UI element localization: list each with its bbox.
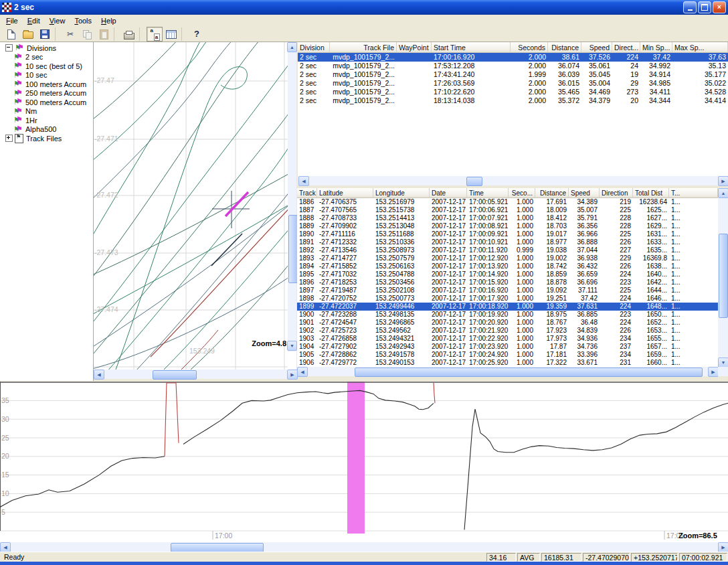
table-cell[interactable]: -27.4722037 xyxy=(317,303,373,311)
table-cell[interactable]: mvdp_1001579_2... xyxy=(330,96,397,105)
table-cell[interactable]: 17:00:11.920 xyxy=(467,246,509,254)
table-cell[interactable]: 1904 xyxy=(297,343,317,351)
chart-hscrollbar[interactable]: ◀ ▶ xyxy=(0,542,728,552)
table-row[interactable]: 2 secmvdp_1001579_2...18:13:14.0382.0003… xyxy=(298,96,728,105)
table-cell[interactable]: 2 sec xyxy=(298,70,330,79)
table-cell[interactable]: 1... xyxy=(669,262,718,270)
table-cell[interactable]: 17:00:09.921 xyxy=(467,230,509,238)
table-cell[interactable]: 17:00:25.920 xyxy=(467,359,509,367)
table-cell[interactable]: 1642... xyxy=(633,278,669,287)
table-cell[interactable]: 17.87 xyxy=(535,343,569,351)
table-cell[interactable]: 1... xyxy=(669,343,718,351)
table-cell[interactable] xyxy=(397,53,432,62)
tree-item-1hr[interactable]: ⚑⚑1Hr xyxy=(0,116,93,125)
table-cell[interactable]: 1633... xyxy=(633,238,669,246)
save-button[interactable] xyxy=(37,27,53,42)
column-header-date[interactable]: Date xyxy=(430,188,467,198)
table-cell[interactable]: 2007-12-17 xyxy=(430,214,467,222)
table-cell[interactable]: 153.2511688 xyxy=(373,230,430,238)
table-cell[interactable]: 1646... xyxy=(633,295,669,303)
table-cell[interactable]: 36.039 xyxy=(548,70,581,79)
table-cell[interactable]: 1900 xyxy=(297,311,317,319)
table-cell[interactable]: mvdp_1001579_2... xyxy=(330,88,397,96)
table-row[interactable]: 2 secmvdp_1001579_2...17:10:22.6202.0003… xyxy=(298,88,728,96)
table-cell[interactable]: 224 xyxy=(600,319,633,327)
table-cell[interactable]: 231 xyxy=(600,359,633,367)
table-cell[interactable]: 153.2506163 xyxy=(373,262,430,270)
table-cell[interactable]: 1... xyxy=(669,246,718,254)
chart-scroll-left-arrow[interactable]: ◀ xyxy=(0,542,11,552)
table-cell[interactable]: 228 xyxy=(600,222,633,230)
table-cell[interactable]: 17.181 xyxy=(535,351,569,359)
new-button[interactable] xyxy=(3,27,19,42)
table-cell[interactable]: 17:00:06.921 xyxy=(467,206,509,214)
table-cell[interactable]: 17.973 xyxy=(535,335,569,343)
map-hscrollbar[interactable]: ◀ ▶ xyxy=(94,370,296,379)
table-cell[interactable]: 1.000 xyxy=(509,222,535,230)
track-map[interactable] xyxy=(94,42,288,370)
table-cell[interactable]: 17:00:17.920 xyxy=(467,295,509,303)
table-row[interactable]: 1888-27.4708733153.25144132007-12-1717:0… xyxy=(297,214,718,222)
table-cell[interactable]: 34.379 xyxy=(581,96,612,105)
tree-item-500-meters-accum[interactable]: ⚑⚑500 meters Accum xyxy=(0,98,93,107)
table-cell[interactable]: 36.659 xyxy=(569,270,600,278)
table-cell[interactable]: 38.61 xyxy=(548,53,581,62)
table-cell[interactable]: 1... xyxy=(669,214,718,222)
table-cell[interactable]: 1.000 xyxy=(509,278,535,287)
table-cell[interactable]: 17:00:12.920 xyxy=(467,254,509,262)
column-header-track[interactable]: Track xyxy=(297,188,317,198)
column-header-t-[interactable]: T... xyxy=(669,188,718,198)
table-cell[interactable]: 1653... xyxy=(633,327,669,335)
table-cell[interactable] xyxy=(397,88,432,96)
table-cell[interactable]: 225 xyxy=(600,287,633,295)
table-cell[interactable]: 2007-12-17 xyxy=(430,246,467,254)
table-row[interactable]: 1886-27.4706375153.25169792007-12-1717:0… xyxy=(297,198,718,206)
table-cell[interactable]: 24 xyxy=(612,62,640,70)
table-cell[interactable]: 1... xyxy=(669,311,718,319)
table-cell[interactable]: 35.061 xyxy=(581,62,612,70)
table-cell[interactable]: 153.2490153 xyxy=(373,359,430,367)
table-row[interactable]: 1898-27.4720752153.25007732007-12-1717:0… xyxy=(297,295,718,303)
table-cell[interactable]: 1.000 xyxy=(509,303,535,311)
table-cell[interactable]: 1894 xyxy=(297,262,317,270)
table-cell[interactable]: 34.528 xyxy=(672,88,728,96)
print-button[interactable] xyxy=(121,27,137,42)
map-zoom-dropdown[interactable]: ▼ xyxy=(287,341,297,351)
table-cell[interactable]: 17:00:10.921 xyxy=(467,238,509,246)
track-vscroll-thumb[interactable] xyxy=(719,234,728,318)
table-cell[interactable]: 2007-12-17 xyxy=(430,270,467,278)
copy-button[interactable] xyxy=(79,27,95,42)
menu-item-edit[interactable]: Edit xyxy=(23,15,45,26)
table-cell[interactable]: 17:00:05.921 xyxy=(467,198,509,206)
table-cell[interactable]: 19.002 xyxy=(535,254,569,262)
tree-item-100-meters-accum[interactable]: ⚑⚑100 meters Accum xyxy=(0,80,93,89)
table-cell[interactable]: 223 xyxy=(600,278,633,287)
table-cell[interactable]: 36.888 xyxy=(569,238,600,246)
column-header-seco-[interactable]: Seco... xyxy=(509,188,535,198)
table-cell[interactable]: mvdp_1001579_2... xyxy=(330,53,397,62)
table-cell[interactable]: 35.007 xyxy=(569,206,600,214)
track-table-vscrollbar[interactable]: ▲ ▼ xyxy=(718,188,728,367)
table-cell[interactable]: 2 sec xyxy=(298,79,330,88)
table-cell[interactable]: 35.004 xyxy=(581,79,612,88)
table-cell[interactable]: 1890 xyxy=(297,230,317,238)
table-row[interactable]: 1904-27.4727902153.24929432007-12-1717:0… xyxy=(297,343,718,351)
table-cell[interactable]: 17:00:08.921 xyxy=(467,222,509,230)
table-cell[interactable]: 1888 xyxy=(297,214,317,222)
table-cell[interactable]: 1.000 xyxy=(509,238,535,246)
table-cell[interactable]: mvdp_1001579_2... xyxy=(330,62,397,70)
chart-hscroll-thumb[interactable] xyxy=(171,543,264,552)
table-cell[interactable]: 1898 xyxy=(297,295,317,303)
table-cell[interactable]: 153.2510336 xyxy=(373,238,430,246)
map-hscroll-thumb[interactable] xyxy=(153,370,197,380)
table-cell[interactable]: 1629... xyxy=(633,222,669,230)
table-cell[interactable]: 1638... xyxy=(633,262,669,270)
table-cell[interactable]: 2007-12-17 xyxy=(430,335,467,343)
table-cell[interactable]: 1903 xyxy=(297,335,317,343)
table-cell[interactable]: 1652... xyxy=(633,319,669,327)
track-scroll-up-arrow[interactable]: ▲ xyxy=(718,188,728,198)
table-cell[interactable]: 153.2513048 xyxy=(373,222,430,230)
map-vscrollbar[interactable]: ▲ ▼ xyxy=(288,42,296,351)
table-cell[interactable]: 1905 xyxy=(297,351,317,359)
minimize-button[interactable] xyxy=(683,1,697,13)
